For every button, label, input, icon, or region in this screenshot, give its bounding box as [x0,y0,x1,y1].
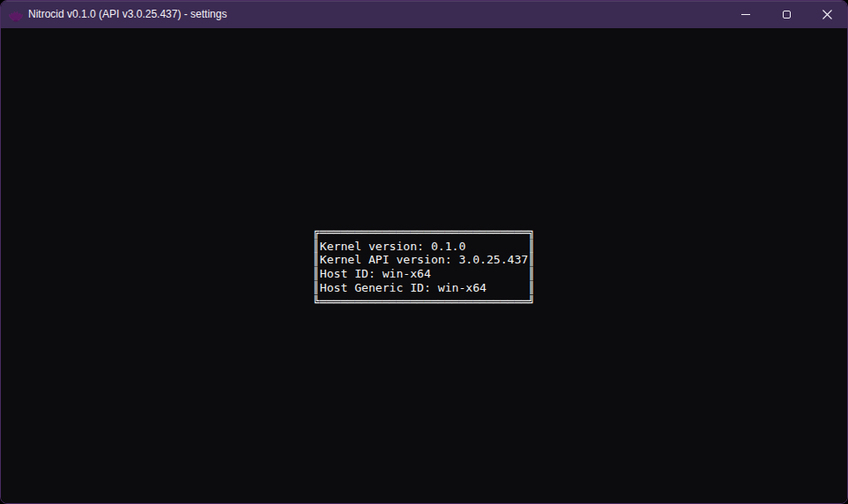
app-window: Nitrocid v0.1.0 (API v3.0.25.437) - sett… [0,0,848,504]
maximize-button[interactable] [766,1,807,28]
maximize-icon [783,11,791,19]
close-icon [822,10,832,19]
minimize-button[interactable] [725,1,766,28]
nitrocid-logo-icon [8,7,24,23]
minimize-icon [741,14,750,15]
close-button[interactable] [807,1,847,28]
kernel-info-box: ╔══════════════════════════════╗ ║Kernel… [313,226,535,308]
terminal-screen: ╔══════════════════════════════╗ ║Kernel… [1,28,847,504]
titlebar[interactable]: Nitrocid v0.1.0 (API v3.0.25.437) - sett… [1,1,847,28]
caption-buttons [725,1,847,28]
window-title: Nitrocid v0.1.0 (API v3.0.25.437) - sett… [28,1,227,28]
